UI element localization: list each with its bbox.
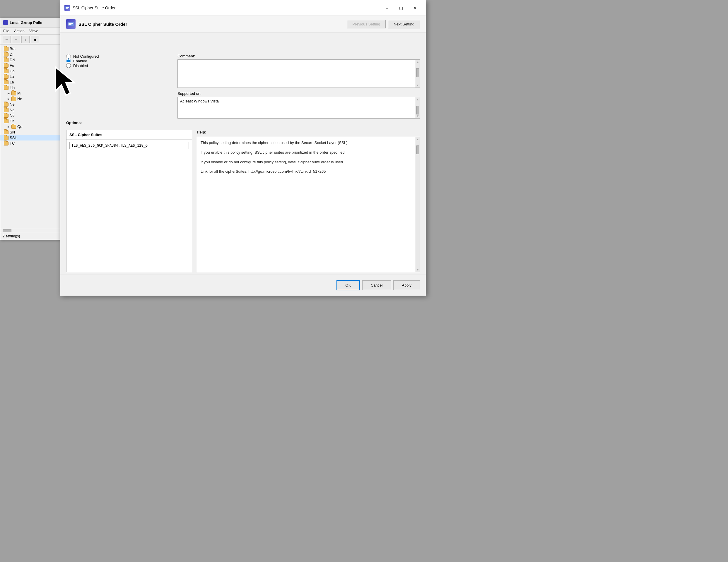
maximize-button[interactable]: ▢ bbox=[394, 3, 408, 13]
help-scroll-thumb[interactable] bbox=[416, 146, 419, 154]
dialog-header-title: SSL Cipher Suite Order bbox=[78, 22, 127, 27]
dialog-inner: SSL Cipher Suite Order Previous Setting … bbox=[60, 16, 426, 295]
tree-label: Ne bbox=[10, 108, 15, 112]
folder-icon bbox=[4, 75, 8, 79]
svg-rect-0 bbox=[65, 6, 69, 9]
folder-icon bbox=[4, 80, 8, 84]
folder-icon bbox=[4, 114, 8, 118]
folder-icon bbox=[4, 47, 8, 51]
folder-icon bbox=[4, 136, 8, 140]
tree-label: Ho bbox=[10, 69, 15, 73]
ssl-dialog: SSL Cipher Suite Order – ▢ ✕ SSL Cipher … bbox=[60, 0, 426, 295]
folder-icon bbox=[4, 141, 8, 146]
close-button[interactable]: ✕ bbox=[408, 3, 422, 13]
tree-label: Ne bbox=[10, 113, 15, 118]
bg-window-icon bbox=[3, 20, 8, 25]
apply-button[interactable]: Apply bbox=[393, 281, 420, 290]
expand-icon: ▶ bbox=[7, 92, 10, 95]
tree-label: Mi bbox=[17, 91, 21, 95]
dialog-titlebar: SSL Cipher Suite Order – ▢ ✕ bbox=[60, 0, 426, 16]
tree-label: La bbox=[10, 80, 14, 84]
help-panel: Help: This policy setting determines the… bbox=[197, 130, 420, 272]
tree-label: SN bbox=[10, 130, 15, 134]
help-para-2: If you enable this policy setting, SSL c… bbox=[201, 150, 412, 156]
tree-label: Qo bbox=[17, 124, 22, 129]
main-content: SSL Cipher Suites Help: This policy sett… bbox=[66, 130, 420, 272]
radio-group: Not Configured Enabled Disabled bbox=[66, 54, 125, 68]
ok-button[interactable]: OK bbox=[336, 280, 360, 290]
bg-window-title: Local Group Polic bbox=[10, 21, 42, 25]
expand-icon: ▶ bbox=[7, 125, 10, 129]
forward-button[interactable]: → bbox=[12, 36, 20, 43]
radio-disabled-input[interactable] bbox=[66, 63, 71, 68]
comment-scrollbar[interactable]: ▲ ▼ bbox=[416, 60, 420, 88]
help-text-area: This policy setting determines the ciphe… bbox=[197, 137, 416, 272]
supported-label: Supported on: bbox=[177, 91, 420, 96]
tree-label: Lin bbox=[10, 86, 15, 90]
help-scrollbar[interactable]: ▲ ▼ bbox=[416, 137, 420, 272]
tree-label: La bbox=[10, 74, 14, 79]
help-para-1: This policy setting determines the ciphe… bbox=[201, 140, 412, 146]
folder-icon bbox=[4, 103, 8, 107]
status-text: 2 setting(s) bbox=[3, 234, 20, 238]
tree-label: Di bbox=[10, 52, 13, 57]
folder-icon bbox=[4, 130, 8, 134]
prev-setting-button[interactable]: Previous Setting bbox=[347, 20, 386, 28]
folder-icon bbox=[4, 86, 8, 90]
expand-icon: ▶ bbox=[7, 97, 10, 101]
folder-icon bbox=[4, 58, 8, 62]
folder-icon bbox=[11, 97, 16, 101]
menu-view[interactable]: View bbox=[29, 29, 37, 33]
cancel-button[interactable]: Cancel bbox=[362, 281, 391, 290]
back-button[interactable]: ← bbox=[3, 36, 11, 43]
supported-scrollbar[interactable]: ▲ ▼ bbox=[416, 97, 420, 118]
supported-value: At least Windows Vista bbox=[178, 97, 416, 115]
properties-button[interactable]: ▣ bbox=[31, 36, 39, 43]
help-label: Help: bbox=[197, 130, 420, 134]
tree-label: Ne bbox=[10, 102, 15, 107]
comment-label: Comment: bbox=[177, 54, 420, 58]
cipher-input-row bbox=[66, 140, 192, 151]
radio-not-configured-label: Not Configured bbox=[73, 54, 99, 59]
svg-rect-1 bbox=[66, 7, 69, 8]
dialog-title-text: SSL Cipher Suite Order bbox=[73, 6, 116, 10]
radio-not-configured-input[interactable] bbox=[66, 54, 71, 59]
folder-icon bbox=[4, 119, 8, 123]
tree-label: DN bbox=[10, 58, 15, 62]
comment-section: Comment: ▲ ▼ bbox=[177, 54, 420, 88]
options-box: SSL Cipher Suites bbox=[66, 130, 192, 272]
options-section-label: Options: bbox=[66, 121, 82, 125]
cipher-suites-title: SSL Cipher Suites bbox=[66, 130, 192, 140]
dialog-header-icon bbox=[66, 19, 76, 29]
up-button[interactable]: ↑ bbox=[21, 36, 30, 43]
comment-scroll-thumb[interactable] bbox=[416, 68, 419, 77]
next-setting-button[interactable]: Next Setting bbox=[388, 20, 420, 28]
folder-icon bbox=[4, 52, 8, 57]
cipher-suites-input[interactable] bbox=[69, 142, 189, 149]
tree-label: Bra bbox=[10, 47, 16, 51]
supported-section: Supported on: At least Windows Vista ▲ ▼ bbox=[177, 91, 420, 119]
comment-textarea[interactable] bbox=[178, 60, 416, 88]
svg-rect-5 bbox=[69, 24, 71, 25]
radio-disabled[interactable]: Disabled bbox=[66, 63, 125, 68]
supported-scroll-thumb[interactable] bbox=[416, 106, 419, 115]
tree-label: TC bbox=[10, 141, 15, 146]
radio-enabled[interactable]: Enabled bbox=[66, 59, 125, 63]
folder-icon bbox=[4, 108, 8, 112]
tree-label: SSL bbox=[10, 136, 17, 140]
dialog-title-icon bbox=[64, 5, 70, 11]
help-para-4: Link for all the cipherSuites: http://go… bbox=[201, 169, 412, 175]
nav-buttons: Previous Setting Next Setting bbox=[347, 20, 420, 28]
radio-not-configured[interactable]: Not Configured bbox=[66, 54, 125, 59]
minimize-button[interactable]: – bbox=[380, 3, 394, 13]
h-scroll-thumb[interactable] bbox=[3, 229, 11, 232]
radio-enabled-label: Enabled bbox=[73, 59, 87, 63]
svg-rect-3 bbox=[68, 22, 74, 26]
radio-enabled-input[interactable] bbox=[66, 59, 71, 63]
menu-action[interactable]: Action bbox=[14, 29, 25, 33]
tree-label: Of bbox=[10, 119, 14, 123]
folder-icon bbox=[11, 125, 16, 129]
svg-rect-2 bbox=[66, 8, 68, 9]
folder-icon bbox=[4, 64, 8, 68]
menu-file[interactable]: File bbox=[3, 29, 9, 33]
